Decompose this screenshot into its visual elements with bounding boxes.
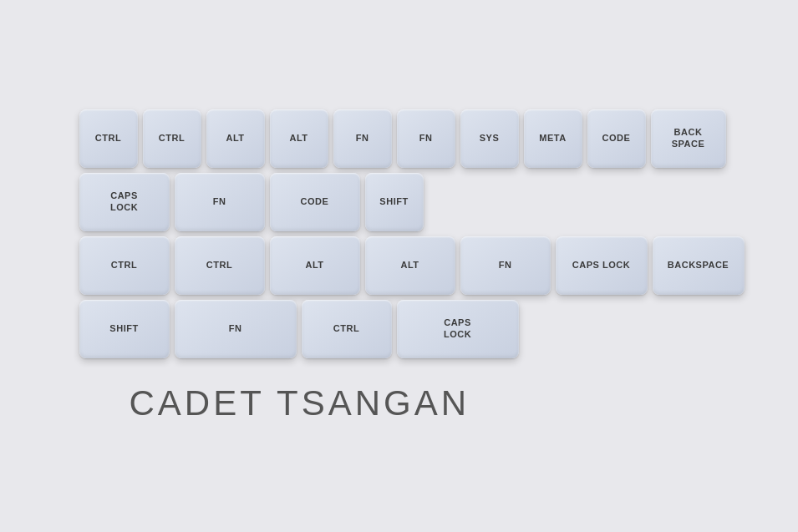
key-ctrl-5[interactable]: CTRL xyxy=(302,300,392,358)
key-meta[interactable]: META xyxy=(524,109,582,168)
key-fn-5[interactable]: FN xyxy=(175,300,297,358)
key-row-1: CTRL CTRL ALT ALT FN FN SYS META CODE BA… xyxy=(79,109,745,168)
key-caps-lock-3[interactable]: CAPSLOCK xyxy=(397,300,519,358)
key-row-3: CTRL CTRL ALT ALT FN CAPS LOCK BACKSPACE xyxy=(79,236,745,295)
key-shift-1[interactable]: SHIFT xyxy=(365,173,424,231)
key-fn-1[interactable]: FN xyxy=(333,109,392,168)
key-alt-4[interactable]: ALT xyxy=(365,236,455,295)
key-backspace-2[interactable]: BACKSPACE xyxy=(653,236,745,295)
page-wrapper: CTRL CTRL ALT ALT FN FN SYS META CODE BA… xyxy=(54,109,745,423)
key-ctrl-1[interactable]: CTRL xyxy=(79,109,138,168)
key-row-2: CAPSLOCK FN CODE SHIFT xyxy=(79,173,745,231)
key-fn-2[interactable]: FN xyxy=(397,109,455,168)
key-fn-4[interactable]: FN xyxy=(460,236,551,295)
key-fn-3[interactable]: FN xyxy=(175,173,265,231)
key-backspace-1[interactable]: BACKSPACE xyxy=(651,109,726,168)
key-alt-1[interactable]: ALT xyxy=(206,109,265,168)
key-ctrl-2[interactable]: CTRL xyxy=(143,109,201,168)
key-alt-3[interactable]: ALT xyxy=(270,236,360,295)
key-row-4: SHIFT FN CTRL CAPSLOCK xyxy=(79,300,745,358)
key-code-2[interactable]: CODE xyxy=(270,173,360,231)
key-shift-2[interactable]: SHIFT xyxy=(79,300,170,358)
key-ctrl-3[interactable]: CTRL xyxy=(79,236,170,295)
key-caps-lock-2[interactable]: CAPS LOCK xyxy=(556,236,648,295)
keyboard-title: CADET TSANGAN xyxy=(130,383,470,423)
key-code-1[interactable]: CODE xyxy=(587,109,646,168)
key-sys[interactable]: SYS xyxy=(460,109,519,168)
keyboard: CTRL CTRL ALT ALT FN FN SYS META CODE BA… xyxy=(79,109,745,358)
key-caps-lock-1[interactable]: CAPSLOCK xyxy=(79,173,170,231)
key-alt-2[interactable]: ALT xyxy=(270,109,328,168)
key-ctrl-4[interactable]: CTRL xyxy=(175,236,265,295)
